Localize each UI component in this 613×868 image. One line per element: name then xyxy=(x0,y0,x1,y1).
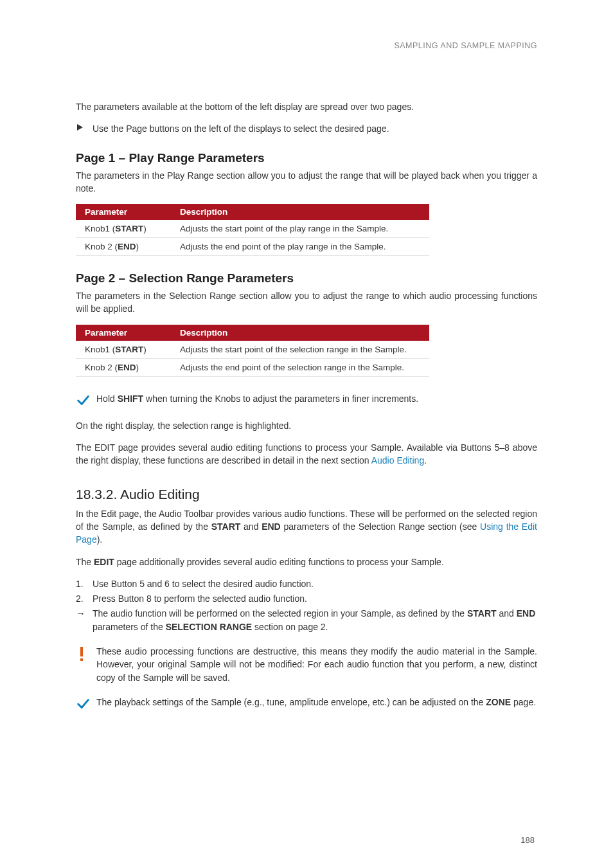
exclamation-icon xyxy=(76,645,96,662)
audio-editing-link[interactable]: Audio Editing xyxy=(371,455,425,466)
list-item: 2. Press Button 8 to perform the selecte… xyxy=(76,592,537,605)
svg-rect-1 xyxy=(80,647,83,656)
document-page: SAMPLING AND SAMPLE MAPPING The paramete… xyxy=(0,0,613,868)
steps-list: 1. Use Button 5 and 6 to select the desi… xyxy=(76,577,537,633)
desc-cell: Adjusts the start point of the play rang… xyxy=(171,220,429,238)
tip-callout: The playback settings of the Sample (e.g… xyxy=(76,696,537,711)
table-header-parameter: Parameter xyxy=(76,325,171,341)
step-text: Use Button 5 and 6 to select the desired… xyxy=(93,577,537,590)
tip-text: Hold SHIFT when turning the Knobs to adj… xyxy=(96,392,418,405)
right-display-paragraph: On the right display, the selection rang… xyxy=(76,419,537,432)
warning-text: These audio processing functions are des… xyxy=(96,645,537,684)
page1-heading: Page 1 – Play Range Parameters xyxy=(76,151,537,165)
table-row: Knob1 (START) Adjusts the start point of… xyxy=(76,341,429,359)
desc-cell: Adjusts the end point of the selection r… xyxy=(171,358,429,376)
step-text: The audio function will be performed on … xyxy=(93,607,537,633)
breadcrumb: SAMPLING AND SAMPLE MAPPING xyxy=(76,41,537,50)
page-number: 188 xyxy=(520,835,535,845)
check-icon xyxy=(76,696,96,711)
table-header-description: Description xyxy=(171,204,429,220)
arrow-right-icon: → xyxy=(76,607,93,620)
page1-paragraph: The parameters in the Play Range section… xyxy=(76,169,537,195)
tip-text: The playback settings of the Sample (e.g… xyxy=(96,696,536,709)
param-cell: Knob1 (START) xyxy=(76,220,171,238)
page1-table: Parameter Description Knob1 (START) Adju… xyxy=(76,204,429,256)
page2-heading: Page 2 – Selection Range Parameters xyxy=(76,271,537,285)
desc-cell: Adjusts the end point of the play range … xyxy=(171,238,429,256)
tip-callout: Hold SHIFT when turning the Knobs to adj… xyxy=(76,392,537,408)
param-cell: Knob 2 (END) xyxy=(76,358,171,376)
page2-paragraph: The parameters in the Selection Range se… xyxy=(76,289,537,316)
param-cell: Knob 2 (END) xyxy=(76,238,171,256)
table-header-description: Description xyxy=(171,325,429,341)
warning-callout: These audio processing functions are des… xyxy=(76,645,537,684)
step-number: 1. xyxy=(76,577,93,590)
step-text: Press Button 8 to perform the selected a… xyxy=(93,592,537,605)
step-number: 2. xyxy=(76,592,93,605)
instruction-text: Use the Page buttons on the left of the … xyxy=(93,122,389,135)
instruction-row: Use the Page buttons on the left of the … xyxy=(76,122,537,135)
section-1832-heading: 18.3.2. Audio Editing xyxy=(76,487,537,502)
table-row: Knob 2 (END) Adjusts the end point of th… xyxy=(76,238,429,256)
page2-table: Parameter Description Knob1 (START) Adju… xyxy=(76,325,429,377)
triangle-right-icon xyxy=(76,122,93,131)
edit-page-paragraph: The EDIT page provides several audio edi… xyxy=(76,441,537,467)
check-icon xyxy=(76,392,96,408)
section-1832-p1: In the Edit page, the Audio Toolbar prov… xyxy=(76,507,537,547)
desc-cell: Adjusts the start point of the selection… xyxy=(171,341,429,359)
svg-marker-0 xyxy=(77,124,83,131)
list-item: 1. Use Button 5 and 6 to select the desi… xyxy=(76,577,537,590)
table-header-parameter: Parameter xyxy=(76,204,171,220)
table-row: Knob1 (START) Adjusts the start point of… xyxy=(76,220,429,238)
list-item: → The audio function will be performed o… xyxy=(76,607,537,633)
section-1832-p2: The EDIT page additionally provides seve… xyxy=(76,556,537,568)
param-cell: Knob1 (START) xyxy=(76,341,171,359)
svg-rect-2 xyxy=(80,658,83,661)
intro-paragraph: The parameters available at the bottom o… xyxy=(76,100,537,113)
table-row: Knob 2 (END) Adjusts the end point of th… xyxy=(76,358,429,376)
